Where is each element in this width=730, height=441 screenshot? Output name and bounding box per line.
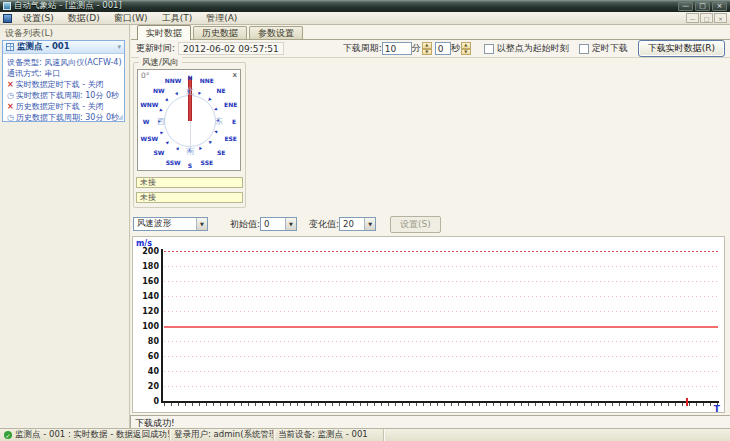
download-realtime-button[interactable]: 下载实时数据(R) bbox=[638, 40, 725, 57]
y-tick-label-200: 200 bbox=[135, 247, 159, 256]
wind-degree-value: 0° bbox=[141, 71, 150, 80]
device-panel-header[interactable]: 监测点 - 001 ▾ bbox=[3, 41, 124, 54]
status-text: 监测点 - 001 : 实时数据 - 数据返回成功! bbox=[15, 429, 170, 441]
gridline-20 bbox=[164, 386, 718, 387]
seconds-unit-label: 秒 bbox=[451, 42, 460, 55]
change-value-label: 变化值: bbox=[309, 218, 339, 231]
device-info-line: ×实时数据定时下载 - 关闭 bbox=[7, 79, 122, 90]
window-title: 自动气象站 - [监测点 - 001] bbox=[14, 0, 122, 12]
compass-cn-w: 西 bbox=[157, 116, 165, 127]
device-info-line: ◷历史数据下载周期: 30分 0秒 bbox=[7, 112, 122, 123]
y-tick-label-60: 60 bbox=[135, 352, 159, 361]
compass-dir-NNW: NNW bbox=[165, 77, 182, 84]
wind-group-title: 风速/风向 bbox=[139, 57, 182, 69]
compass-arrow-icon: ▸ bbox=[165, 138, 171, 144]
gridline-80 bbox=[164, 341, 718, 342]
compass-dir-S: S bbox=[188, 162, 192, 169]
maximize-button[interactable]: □ bbox=[695, 2, 710, 11]
tab-strip: 实时数据历史数据参数设置 bbox=[131, 25, 730, 40]
wind-speed-field: 未接 bbox=[136, 177, 243, 188]
menu-item[interactable]: 设置(S) bbox=[16, 12, 61, 25]
resize-grip-icon[interactable]: ◢ bbox=[118, 113, 123, 121]
device-list-header: 设备列表(L) bbox=[0, 25, 129, 39]
window-controls: — □ × bbox=[678, 2, 727, 11]
tab-历史数据[interactable]: 历史数据 bbox=[193, 26, 247, 39]
y-tick-label-100: 100 bbox=[135, 322, 159, 331]
change-value-select[interactable]: 20 ▼ bbox=[339, 217, 376, 231]
device-info-text: 历史数据下载周期: 30分 0秒 bbox=[16, 113, 119, 122]
mdi-window-controls: — □ × bbox=[686, 13, 727, 23]
series-select[interactable]: 风速波形 ▼ bbox=[133, 217, 208, 231]
compass-arrow-icon: ▸ bbox=[174, 145, 181, 150]
compass-dir-SSE: SSE bbox=[201, 158, 213, 165]
gridline-140 bbox=[164, 296, 718, 297]
timed-download-checkbox[interactable] bbox=[579, 44, 589, 54]
device-info-text: 通讯方式: 串口 bbox=[7, 69, 60, 78]
menu-item[interactable]: 数据(D) bbox=[61, 12, 107, 25]
mdi-document-icon[interactable] bbox=[3, 14, 12, 23]
initial-value-select[interactable]: 0 ▼ bbox=[260, 217, 297, 231]
compass-dir-SE: SE bbox=[217, 149, 225, 156]
status-segment-2: 当前设备: 监测点 - 001 bbox=[274, 429, 384, 441]
compass-dir-N: N bbox=[187, 74, 192, 81]
device-info-text: 实时数据定时下载 - 关闭 bbox=[16, 80, 104, 89]
x-axis-ticks bbox=[164, 403, 718, 406]
menu-item[interactable]: 窗口(W) bbox=[107, 12, 155, 25]
gridline-160 bbox=[164, 281, 718, 282]
menu-items: 设置(S)数据(D)窗口(W)工具(T)管理(A) bbox=[16, 12, 244, 25]
compass-dir-SSW: SSW bbox=[166, 158, 181, 165]
minutes-stepper[interactable]: ▲ ▼ bbox=[422, 42, 432, 55]
update-time-label: 更新时间: bbox=[136, 42, 175, 55]
compass-dir-WSW: WSW bbox=[141, 134, 159, 141]
compass-dir-ESE: ESE bbox=[224, 134, 237, 141]
gridline-180 bbox=[164, 266, 718, 267]
compass-arrow-icon: ▸ bbox=[196, 145, 203, 150]
seconds-input[interactable]: 0 bbox=[435, 42, 451, 55]
settings-button[interactable]: 设置(S) bbox=[390, 216, 441, 233]
gridline-40 bbox=[164, 371, 718, 372]
close-button[interactable]: × bbox=[712, 2, 727, 11]
minimize-button[interactable]: — bbox=[678, 2, 693, 11]
menu-item[interactable]: 管理(A) bbox=[199, 12, 244, 25]
clock-icon: ◷ bbox=[7, 91, 14, 100]
chart-x-axis-label: T bbox=[714, 404, 720, 414]
pin-icon[interactable]: ▾ bbox=[117, 43, 121, 51]
time-cursor-marker bbox=[686, 398, 688, 406]
y-tick-label-0: 0 bbox=[135, 397, 159, 406]
mdi-restore-button[interactable]: □ bbox=[700, 13, 713, 23]
compass-corner-label: x bbox=[232, 71, 237, 79]
mdi-close-button[interactable]: × bbox=[714, 13, 727, 23]
clock-icon: ◷ bbox=[7, 113, 14, 122]
minutes-input[interactable]: 10 bbox=[382, 42, 412, 55]
align-start-checkbox[interactable] bbox=[484, 44, 494, 54]
seconds-stepper[interactable]: ▲ ▼ bbox=[461, 42, 471, 55]
tab-实时数据[interactable]: 实时数据 bbox=[137, 25, 191, 40]
compass-cn-n: 北 bbox=[186, 86, 194, 97]
device-title: 监测点 - 001 bbox=[17, 41, 70, 53]
compass-needle bbox=[188, 77, 192, 121]
menu-item[interactable]: 工具(T) bbox=[155, 12, 200, 25]
device-info-line: 通讯方式: 串口 bbox=[7, 68, 122, 79]
compass-dir-SW: SW bbox=[153, 149, 164, 156]
device-grid-icon bbox=[6, 43, 14, 51]
cross-icon: × bbox=[7, 80, 14, 89]
update-time-value: 2012-06-02 09:57:51 bbox=[178, 42, 284, 55]
y-tick-label-80: 80 bbox=[135, 337, 159, 346]
initial-value-label: 初始值: bbox=[230, 218, 260, 231]
compass-dir-E: E bbox=[232, 118, 236, 125]
mdi-minimize-button[interactable]: — bbox=[686, 13, 699, 23]
compass-dir-ENE: ENE bbox=[224, 101, 237, 108]
compass-dir-NE: NE bbox=[217, 86, 226, 93]
seconds-down-icon[interactable]: ▼ bbox=[461, 49, 471, 56]
status-segment-1: 登录用户: admin(系统管理员) bbox=[170, 429, 274, 441]
device-panel[interactable]: 监测点 - 001 ▾ 设备类型: 风速风向仪(ACFW-4)通讯方式: 串口×… bbox=[2, 40, 125, 122]
tab-参数设置[interactable]: 参数设置 bbox=[249, 26, 303, 39]
minutes-down-icon[interactable]: ▼ bbox=[422, 49, 432, 56]
chevron-down-icon[interactable]: ▼ bbox=[196, 218, 207, 230]
device-info-text: 设备类型: 风速风向仪(ACFW-4) bbox=[7, 58, 122, 67]
y-tick-label-120: 120 bbox=[135, 307, 159, 316]
chevron-down-icon[interactable]: ▼ bbox=[285, 218, 296, 230]
app-icon bbox=[3, 2, 11, 10]
chevron-down-icon[interactable]: ▼ bbox=[364, 218, 375, 230]
status-bar: ✓监测点 - 001 : 实时数据 - 数据返回成功!登录用户: admin(系… bbox=[0, 428, 730, 441]
